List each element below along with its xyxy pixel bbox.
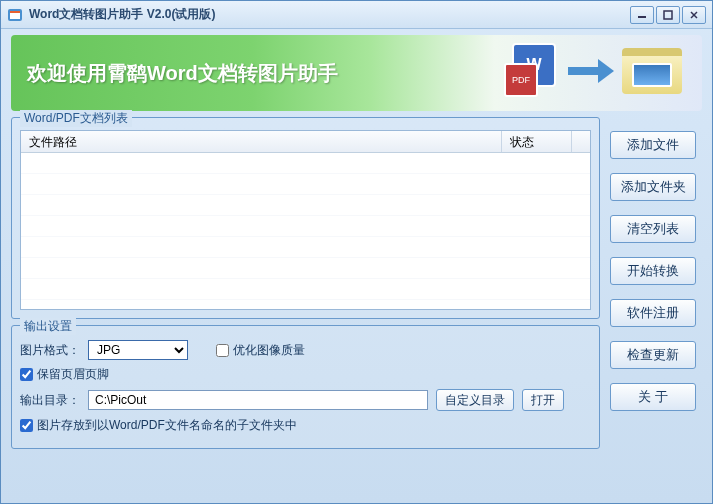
file-table[interactable]: 文件路径 状态: [20, 130, 591, 310]
check-update-button[interactable]: 检查更新: [610, 341, 696, 369]
optimize-quality-label: 优化图像质量: [233, 342, 305, 359]
output-group-title: 输出设置: [20, 318, 76, 335]
subfolder-label: 图片存放到以Word/PDF文件名命名的子文件夹中: [37, 417, 297, 434]
maximize-button[interactable]: [656, 6, 680, 24]
subfolder-checkbox[interactable]: 图片存放到以Word/PDF文件名命名的子文件夹中: [20, 417, 297, 434]
format-label: 图片格式：: [20, 342, 80, 359]
register-button[interactable]: 软件注册: [610, 299, 696, 327]
format-row: 图片格式： JPG 优化图像质量: [20, 340, 591, 360]
arrow-icon: [568, 62, 614, 80]
filelist-group-title: Word/PDF文档列表: [20, 110, 132, 127]
open-dir-button[interactable]: 打开: [522, 389, 564, 411]
filelist-group: Word/PDF文档列表 文件路径 状态: [11, 117, 600, 319]
picture-icon: [632, 63, 672, 87]
optimize-quality-checkbox[interactable]: 优化图像质量: [216, 342, 305, 359]
app-window: Word文档转图片助手 V2.0(试用版) 欢迎使用霄鹞Word文档转图片助手 …: [0, 0, 713, 504]
pdf-icon: PDF: [504, 63, 538, 97]
about-button[interactable]: 关 于: [610, 383, 696, 411]
format-select[interactable]: JPG: [88, 340, 188, 360]
table-body[interactable]: [21, 153, 590, 309]
optimize-quality-input[interactable]: [216, 344, 229, 357]
clear-list-button[interactable]: 清空列表: [610, 215, 696, 243]
subfolder-row: 图片存放到以Word/PDF文件名命名的子文件夹中: [20, 417, 591, 434]
col-path[interactable]: 文件路径: [21, 131, 502, 152]
close-button[interactable]: [682, 6, 706, 24]
keep-header-row: 保留页眉页脚: [20, 366, 591, 383]
keep-header-input[interactable]: [20, 368, 33, 381]
titlebar: Word文档转图片助手 V2.0(试用版): [1, 1, 712, 29]
left-column: Word/PDF文档列表 文件路径 状态 输出设置 图片格式： JPG: [11, 117, 600, 449]
banner-text: 欢迎使用霄鹞Word文档转图片助手: [27, 60, 338, 87]
add-folder-button[interactable]: 添加文件夹: [610, 173, 696, 201]
custom-dir-button[interactable]: 自定义目录: [436, 389, 514, 411]
document-stack-icon: W PDF: [504, 43, 560, 99]
window-title: Word文档转图片助手 V2.0(试用版): [29, 6, 630, 23]
output-group: 输出设置 图片格式： JPG 优化图像质量 保留页眉页脚: [11, 325, 600, 449]
start-convert-button[interactable]: 开始转换: [610, 257, 696, 285]
svg-rect-2: [10, 11, 20, 13]
banner-graphic: W PDF: [504, 43, 682, 99]
add-file-button[interactable]: 添加文件: [610, 131, 696, 159]
col-pad: [572, 131, 590, 152]
app-icon: [7, 7, 23, 23]
subfolder-input[interactable]: [20, 419, 33, 432]
minimize-button[interactable]: [630, 6, 654, 24]
banner: 欢迎使用霄鹞Word文档转图片助手 W PDF: [11, 35, 702, 111]
content-area: Word/PDF文档列表 文件路径 状态 输出设置 图片格式： JPG: [1, 117, 712, 457]
outdir-label: 输出目录：: [20, 392, 80, 409]
folder-icon: [622, 48, 682, 94]
table-header: 文件路径 状态: [21, 131, 590, 153]
sidebar: 添加文件 添加文件夹 清空列表 开始转换 软件注册 检查更新 关 于: [610, 117, 702, 449]
window-controls: [630, 6, 706, 24]
keep-header-checkbox[interactable]: 保留页眉页脚: [20, 366, 109, 383]
keep-header-label: 保留页眉页脚: [37, 366, 109, 383]
col-status[interactable]: 状态: [502, 131, 572, 152]
svg-rect-4: [664, 11, 672, 19]
outdir-row: 输出目录： 自定义目录 打开: [20, 389, 591, 411]
outdir-input[interactable]: [88, 390, 428, 410]
